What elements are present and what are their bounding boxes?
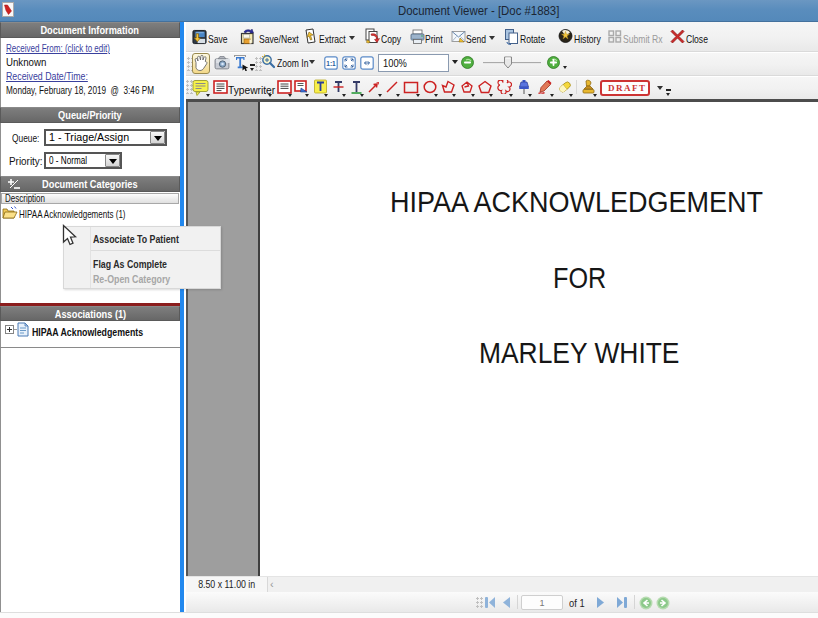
svg-text:1:1: 1:1 [326,60,336,67]
